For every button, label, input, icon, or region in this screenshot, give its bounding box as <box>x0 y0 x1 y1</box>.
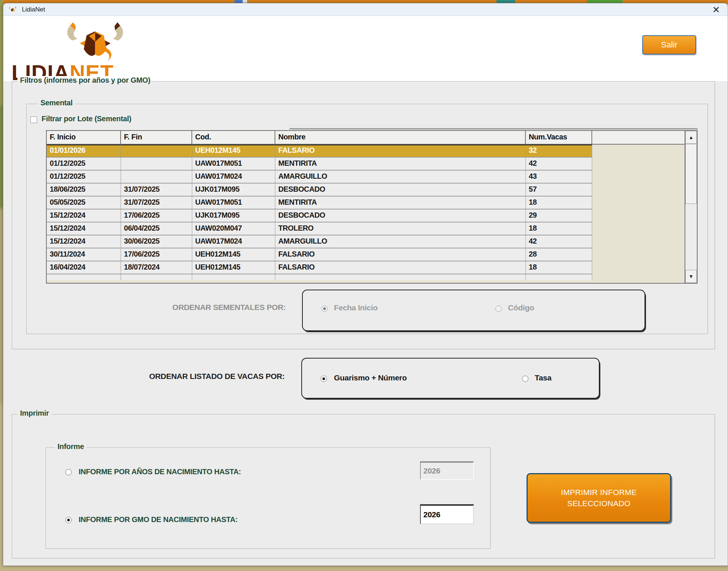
radio-tasa-label: Tasa <box>535 373 551 382</box>
table-cell: 31/07/2025 <box>121 184 192 197</box>
table-row[interactable]: 16/04/202418/07/2024UEH012M145FALSARIO18 <box>47 261 685 274</box>
table-cell: TROLERO <box>275 222 526 235</box>
informe-gmo-label: INFORME POR GMO DE NACIMIENTO HASTA: <box>79 515 237 524</box>
table-cell <box>275 274 526 280</box>
table-cell: UJK017M095 <box>192 209 275 222</box>
table-cell: 15/12/2024 <box>47 209 121 222</box>
ordenar-vacas-label: ORDENAR LISTADO DE VACAS POR: <box>113 372 285 381</box>
filtros-groupbox-label: Filtros (informes por años y por GMO) <box>17 76 153 85</box>
table-cell: 30/11/2024 <box>47 248 121 261</box>
table-row[interactable]: 01/12/2025UAW017M024AMARGUILLO43 <box>47 171 685 184</box>
column-header-nombre: Nombre <box>275 131 526 144</box>
table-cell: 18 <box>526 261 592 274</box>
table-cell <box>526 274 592 280</box>
anos-year-field[interactable] <box>420 461 474 480</box>
table-cell: 18 <box>526 222 592 235</box>
table-row[interactable]: 01/12/2025UAW017M051MENTIRITA42 <box>47 158 685 171</box>
scrollbar-thumb[interactable] <box>685 144 697 204</box>
logo-bull-graphic <box>59 21 131 63</box>
table-cell: 01/12/2025 <box>47 158 121 171</box>
table-cell: 01/01/2026 <box>47 145 121 158</box>
table-row[interactable]: 15/12/202430/06/2025UAW017M024AMARGUILLO… <box>47 235 685 248</box>
scrollbar-track[interactable] <box>685 204 697 270</box>
radio-tasa[interactable] <box>522 376 528 382</box>
table-row[interactable]: 15/12/202417/06/2025UJK017M095DESBOCADO2… <box>47 209 685 222</box>
table-cell: UAW017M024 <box>192 171 275 184</box>
table-cell <box>47 274 121 280</box>
radio-guarismo-numero[interactable] <box>321 376 327 382</box>
table-cell: 42 <box>526 235 592 248</box>
table-cell: 05/05/2025 <box>47 197 121 209</box>
close-icon[interactable]: ✕ <box>710 4 722 16</box>
informe-groupbox-label: Informe <box>55 442 86 451</box>
table-header-row: F. Inicio F. Fin Cod. Nombre Num.Vacas <box>47 131 685 145</box>
scroll-up-icon[interactable]: ▲ <box>685 131 697 144</box>
salir-button-label: Salir <box>661 40 677 49</box>
column-header-f-inicio: F. Inicio <box>47 131 121 144</box>
radio-informe-anos[interactable] <box>65 469 72 475</box>
window-title: LidiaNet <box>22 6 45 13</box>
column-header-cod: Cod. <box>192 131 275 144</box>
table-rows: 01/01/2026UEH012M145FALSARIO3201/12/2025… <box>47 145 685 283</box>
table-cell: UJK017M095 <box>192 184 275 197</box>
filtrar-por-lote-checkbox[interactable] <box>30 116 37 123</box>
table-vertical-scrollbar[interactable]: ▲ ▼ <box>685 131 697 283</box>
table-cell: 15/12/2024 <box>47 222 121 235</box>
radio-fecha-inicio-label: Fecha Inicio <box>334 303 378 312</box>
sementales-table: F. Inicio F. Fin Cod. Nombre Num.Vacas 0… <box>46 130 698 284</box>
app-window: LidiaNet ✕ LIDIANET Salir Filtros (infor… <box>3 3 728 566</box>
table-cell: 15/12/2024 <box>47 235 121 248</box>
radio-informe-gmo[interactable] <box>65 517 72 523</box>
table-cell: 29 <box>526 209 592 222</box>
table-row[interactable]: 05/05/202531/07/2025UAW017M051MENTIRITA1… <box>47 197 685 209</box>
table-cell: UAW017M051 <box>192 158 275 171</box>
table-cell: UAW017M024 <box>192 235 275 248</box>
gmo-year-field[interactable] <box>420 504 474 524</box>
table-cell: FALSARIO <box>275 261 526 274</box>
table-cell: MENTIRITA <box>275 158 526 171</box>
table-cell <box>121 158 192 171</box>
table-cell: 01/12/2025 <box>47 171 121 184</box>
table-cell: AMARGUILLO <box>275 235 526 248</box>
table-cell: AMARGUILLO <box>275 171 526 184</box>
table-cell: UAW020M047 <box>192 222 275 235</box>
table-cell: DESBOCADO <box>275 184 526 197</box>
semental-groupbox-label: Semental <box>38 99 75 107</box>
column-header-f-fin: F. Fin <box>121 131 192 144</box>
table-cell <box>121 171 192 184</box>
radio-fecha-inicio[interactable] <box>321 306 328 312</box>
table-cell: 30/06/2025 <box>121 235 192 248</box>
table-cell: 32 <box>526 145 592 158</box>
table-content: F. Inicio F. Fin Cod. Nombre Num.Vacas 0… <box>47 131 685 283</box>
table-cell: DESBOCADO <box>275 209 526 222</box>
imprimir-informe-line2: SELECCIONADO <box>567 499 630 508</box>
table-cell: 17/06/2025 <box>121 248 192 261</box>
table-cell: 42 <box>526 158 592 171</box>
grid-top-edge <box>289 124 698 129</box>
table-row[interactable]: 18/06/202531/07/2025UJK017M095DESBOCADO5… <box>47 184 685 197</box>
table-cell: UEH012M145 <box>192 261 275 274</box>
radio-codigo[interactable] <box>495 306 502 312</box>
filtrar-por-lote-label: Filtrar por Lote (Semental) <box>42 115 131 123</box>
radio-codigo-label: Código <box>508 303 534 312</box>
table-cell: 57 <box>526 184 592 197</box>
table-cell: UAW017M051 <box>192 197 275 209</box>
informe-groupbox: Informe INFORME POR AÑOS DE NACIMIENTO H… <box>46 448 491 549</box>
imprimir-informe-button[interactable]: IMPRIMIR INFORME SELECCIONADO <box>527 473 671 523</box>
table-cell <box>121 145 192 158</box>
table-cell <box>121 274 192 280</box>
table-row[interactable]: 15/12/202406/04/2025UAW020M047TROLERO18 <box>47 222 685 235</box>
table-row[interactable]: 30/11/202417/06/2025UEH012M145FALSARIO28 <box>47 248 685 261</box>
table-cell: 18/07/2024 <box>121 261 192 274</box>
table-row[interactable]: 01/01/2026UEH012M145FALSARIO32 <box>47 145 685 158</box>
scroll-down-icon[interactable]: ▼ <box>685 270 697 283</box>
app-bull-icon <box>8 5 17 14</box>
table-cell: 06/04/2025 <box>121 222 192 235</box>
imprimir-informe-line1: IMPRIMIR INFORME <box>561 488 637 496</box>
table-row-partial <box>47 274 685 280</box>
table-cell: 43 <box>526 171 592 184</box>
ordenar-vacas-radio-group: Guarismo + Número Tasa <box>301 358 600 399</box>
titlebar[interactable]: LidiaNet ✕ <box>3 3 728 16</box>
table-cell: MENTIRITA <box>275 197 526 209</box>
salir-button[interactable]: Salir <box>642 35 696 55</box>
